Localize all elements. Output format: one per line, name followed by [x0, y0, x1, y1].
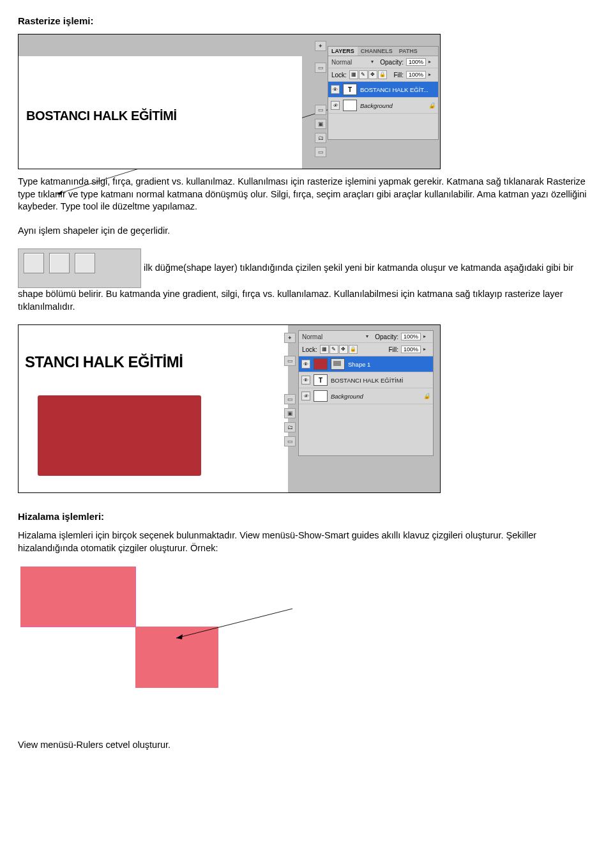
lock-label: Lock:: [302, 346, 317, 353]
visibility-icon[interactable]: 👁: [331, 101, 340, 110]
panel-icon[interactable]: ▭: [315, 105, 326, 115]
pink-shape-2: [135, 627, 218, 688]
panel-shortcut-col-2: ▭ ▣ 🗂 ▭: [315, 105, 326, 157]
text-layer-thumb: T: [314, 374, 328, 386]
lock-row: Lock: ▦ ✎ ✥ 🔒 Fill: 100% ▸: [328, 68, 438, 82]
shape-layer-button-icon[interactable]: [24, 253, 44, 273]
panel-shortcut-col-2: ▭ ▣ 🗂 ▭: [284, 394, 296, 446]
chevron-right-icon[interactable]: ▸: [423, 333, 430, 340]
fill-value[interactable]: 100%: [401, 346, 421, 353]
fill-label: Fill:: [393, 72, 404, 79]
shape-color-thumb: [314, 358, 328, 370]
bg-layer-thumb: [314, 390, 328, 402]
tab-paths[interactable]: PATHS: [396, 47, 421, 56]
chevron-down-icon[interactable]: ▾: [366, 333, 372, 340]
lock-position-icon[interactable]: ✥: [339, 345, 348, 354]
lock-transparent-icon[interactable]: ▦: [320, 345, 329, 354]
lock-icon: 🔒: [423, 393, 430, 399]
layer-name: Background: [331, 393, 363, 400]
canvas-text: BOSTANCI HALK EĞİTİMİ: [26, 109, 177, 123]
layers-empty-area: [328, 114, 438, 139]
lock-icon: 🔒: [428, 102, 435, 109]
text-layer-thumb: T: [343, 84, 357, 95]
opacity-value[interactable]: 100%: [406, 58, 426, 66]
layers-empty-area: [299, 404, 433, 455]
paragraph-rulers: View menüsü-Rulers cetvel oluşturur.: [18, 739, 595, 752]
layers-panel: Normal ▾ Opacity: 100% ▸ Lock: ▦ ✎ ✥ 🔒 F…: [298, 330, 434, 456]
layers-panel: LAYERS CHANNELS PATHS Normal ▾ Opacity: …: [328, 46, 439, 140]
panel-icon[interactable]: ▭: [284, 436, 296, 446]
heading-rasterize: Rasterize işlemi:: [18, 15, 595, 26]
layer-shape-item[interactable]: 👁 Shape 1: [299, 356, 433, 372]
layer-text-item[interactable]: 👁 T BOSTANCI HALK EĞİT...: [328, 82, 438, 98]
tab-channels[interactable]: CHANNELS: [358, 47, 396, 56]
panel-shortcut-col-1: ✦ ▭: [284, 333, 296, 366]
panel-icon[interactable]: ▭: [315, 147, 326, 157]
screenshot-rasterize-type: BOSTANCI HALK EĞİTİMİ ✦ ▭ ▭ ▣ 🗂 ▭ LAYERS…: [18, 34, 441, 169]
heading-hizalama: Hizalama işlemleri:: [18, 511, 595, 522]
lock-transparent-icon[interactable]: ▦: [349, 70, 358, 79]
visibility-icon[interactable]: 👁: [301, 376, 310, 385]
layer-name: BOSTANCI HALK EĞİT...: [360, 86, 428, 93]
lock-row: Lock: ▦ ✎ ✥ 🔒 Fill: 100% ▸: [299, 343, 433, 356]
shape-tool-icons: [18, 248, 141, 288]
chevron-right-icon[interactable]: ▸: [423, 346, 430, 353]
lock-buttons: ▦ ✎ ✥ 🔒: [320, 345, 358, 354]
blend-mode[interactable]: Normal: [331, 59, 352, 66]
lock-position-icon[interactable]: ✥: [368, 70, 377, 79]
opacity-value[interactable]: 100%: [401, 333, 421, 340]
layers-tabs: LAYERS CHANNELS PATHS: [328, 47, 438, 56]
visibility-icon[interactable]: 👁: [331, 85, 340, 94]
paragraph-shapes-too: Aynı işlem shapeler için de geçerlidir.: [18, 225, 595, 238]
fill-label: Fill:: [388, 346, 398, 353]
panel-icon[interactable]: ✦: [315, 41, 326, 51]
lock-pixels-icon[interactable]: ✎: [329, 345, 338, 354]
canvas-red-shape: [38, 395, 201, 476]
blend-mode[interactable]: Normal: [302, 333, 322, 340]
chevron-right-icon[interactable]: ▸: [428, 59, 435, 65]
lock-label: Lock:: [331, 72, 347, 79]
opacity-label: Opacity:: [380, 59, 404, 66]
layer-background-item[interactable]: 👁 Background 🔒: [299, 388, 433, 404]
panel-icon[interactable]: ▭: [284, 356, 296, 366]
layer-text-item[interactable]: 👁 T BOSTANCI HALK EĞİTİMİ: [299, 372, 433, 388]
paragraph-rasterize-explain: Type katmanında silgi, fırça, gradient v…: [18, 176, 595, 213]
chevron-down-icon[interactable]: ▾: [371, 59, 377, 65]
panel-icon[interactable]: 🗂: [315, 133, 326, 143]
panel-shortcut-col-1: ✦ ▭: [315, 41, 326, 73]
layer-background-item[interactable]: 👁 Background 🔒: [328, 98, 438, 114]
lock-all-icon[interactable]: 🔒: [349, 345, 358, 354]
fill-value[interactable]: 100%: [406, 71, 426, 79]
fill-pixels-button-icon[interactable]: [75, 253, 95, 273]
panel-icon[interactable]: ▭: [315, 63, 326, 73]
canvas-text: STANCI HALK EĞİTİMİ: [25, 353, 183, 371]
visibility-icon[interactable]: 👁: [301, 360, 310, 369]
bg-layer-thumb: [343, 100, 357, 111]
lock-buttons: ▦ ✎ ✥ 🔒: [349, 70, 387, 79]
layer-name: Background: [360, 102, 393, 109]
paths-button-icon[interactable]: [49, 253, 70, 273]
blend-row: Normal ▾ Opacity: 100% ▸: [328, 56, 438, 68]
canvas-area: STANCI HALK EĞİTİMİ: [19, 325, 288, 492]
alignment-example: [18, 567, 299, 701]
paragraph-shape-layer: ilk düğme(shape layer) tıklandığında çiz…: [18, 248, 595, 313]
lock-pixels-icon[interactable]: ✎: [359, 70, 368, 79]
panel-icon[interactable]: ▭: [284, 394, 296, 404]
tab-layers[interactable]: LAYERS: [328, 47, 358, 56]
screenshot-shape-layer: STANCI HALK EĞİTİMİ ✦ ▭ ▭ ▣ 🗂 ▭ Normal ▾…: [18, 324, 441, 493]
panel-icon[interactable]: ▣: [284, 408, 296, 418]
layer-name: Shape 1: [348, 361, 370, 368]
opacity-label: Opacity:: [375, 333, 398, 340]
visibility-icon[interactable]: 👁: [301, 392, 310, 400]
shape-mask-thumb: [331, 358, 345, 370]
pink-shape-1: [20, 567, 135, 627]
lock-all-icon[interactable]: 🔒: [378, 70, 387, 79]
panel-icon[interactable]: 🗂: [284, 422, 296, 432]
panel-icon[interactable]: ▣: [315, 119, 326, 129]
chevron-right-icon[interactable]: ▸: [428, 72, 435, 78]
layer-name: BOSTANCI HALK EĞİTİMİ: [331, 377, 403, 384]
panel-icon[interactable]: ✦: [284, 333, 296, 343]
paragraph-hizalama: Hizalama işlemleri için birçok seçenek b…: [18, 529, 595, 554]
blend-row: Normal ▾ Opacity: 100% ▸: [299, 331, 433, 343]
canvas-area: BOSTANCI HALK EĞİTİMİ: [19, 56, 302, 169]
